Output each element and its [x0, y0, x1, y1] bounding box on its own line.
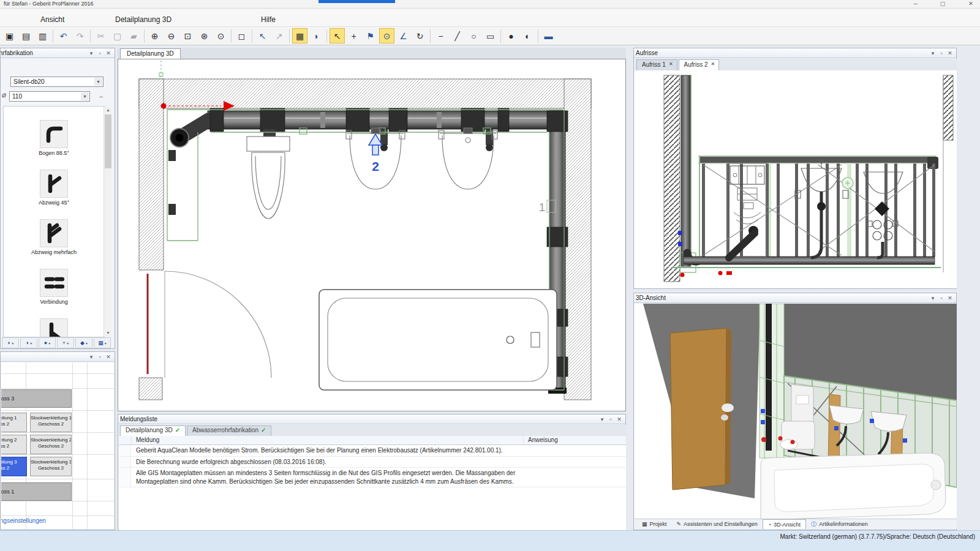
scroll-up-icon[interactable]: ▲: [104, 107, 112, 114]
panel-close-icon[interactable]: ✕: [104, 50, 113, 56]
building-cell[interactable]: Stockwerkleitung 3Geschoss 2: [1, 457, 27, 476]
save-icon[interactable]: ▣: [2, 28, 17, 43]
building-cell[interactable]: Stockwerkleitung 1Geschoss 2: [30, 413, 72, 432]
fitting-filter-button-6[interactable]: ▦▾: [94, 337, 111, 348]
column-meldung[interactable]: Meldung: [136, 437, 159, 443]
floor-bar-bottom[interactable]: Geschoss 1: [1, 482, 72, 501]
panel-pin-icon[interactable]: ▫: [96, 354, 104, 360]
select-cursor-icon[interactable]: ↖: [330, 28, 345, 43]
tab-artikelinformationen[interactable]: ⓘArtikelinformationen: [806, 519, 873, 529]
panel-close-icon[interactable]: ✕: [615, 416, 624, 422]
chevron-down-icon[interactable]: ▾: [94, 78, 102, 86]
message-row-1[interactable]: Geberit AquaClean Modelle benötigen Stro…: [119, 445, 626, 457]
menu-detailplanung-3d[interactable]: Detailplanung 3D: [111, 14, 175, 25]
3d-viewport[interactable]: [635, 304, 957, 519]
redo-icon[interactable]: ↷: [72, 28, 88, 43]
message-row-2[interactable]: Die Berechnung wurde erfolgreich abgesch…: [119, 457, 626, 468]
panel-close-icon[interactable]: ✕: [946, 50, 954, 56]
scrollbar-thumb[interactable]: [105, 114, 111, 168]
fitting-filter-button-3[interactable]: ●▾: [39, 337, 56, 348]
system-select[interactable]: Silent-db20 ▾: [10, 77, 104, 87]
tab-3d-ansicht[interactable]: ◔3D-Ansicht: [763, 519, 806, 529]
fitting-filter-button-5[interactable]: ◆▾: [75, 337, 92, 348]
chevron-down-icon[interactable]: ▾: [81, 92, 89, 100]
panel-menu-icon[interactable]: ▾: [929, 50, 937, 56]
panel-close-icon[interactable]: ✕: [946, 295, 954, 301]
selection-rectangle-icon[interactable]: ◻: [234, 28, 249, 43]
diameter-select[interactable]: 110 ▾: [9, 91, 90, 102]
panel-pin-icon[interactable]: ▫: [606, 416, 615, 422]
zoom-out-icon[interactable]: ⊖: [164, 28, 179, 43]
berechnungseinstellungen-link[interactable]: Berechnungseinstellungen: [1, 517, 46, 524]
close-tab-icon[interactable]: ✕: [669, 61, 673, 70]
report-icon[interactable]: ▥: [35, 28, 50, 43]
ruler-icon[interactable]: ▬: [541, 28, 556, 43]
print-icon[interactable]: ▤: [18, 28, 34, 43]
floor-bar-top[interactable]: Geschoss 3: [1, 389, 72, 408]
elevation-canvas[interactable]: [635, 70, 957, 288]
maximize-button[interactable]: ▢: [933, 0, 952, 8]
dash-tool-icon[interactable]: −: [433, 28, 448, 43]
panel-menu-icon[interactable]: ▾: [929, 295, 937, 301]
measure-icon[interactable]: ∠: [396, 28, 411, 43]
tab-detailplanung-3d[interactable]: Detailplanung 3D: [120, 48, 181, 59]
pointer-alt-icon[interactable]: ↗: [271, 28, 287, 43]
pipe-coupling-icon[interactable]: [40, 269, 68, 297]
fitting-filter-button-4[interactable]: +▾: [57, 337, 74, 348]
grid-snap-icon[interactable]: ▦: [292, 28, 307, 43]
column-anweisung[interactable]: Anweisung: [528, 437, 558, 443]
parts-scrollbar[interactable]: ▲ ▼: [104, 107, 111, 337]
panel-close-icon[interactable]: ✕: [104, 354, 113, 360]
zoom-previous-icon[interactable]: ⊙: [213, 28, 228, 43]
panel-title: Meldungsliste: [120, 416, 157, 422]
close-button[interactable]: ✕: [962, 0, 980, 8]
cut-icon[interactable]: ✂: [93, 28, 108, 43]
rectangle-tool-icon[interactable]: ▭: [483, 28, 498, 43]
zoom-fit-icon[interactable]: ⊛: [197, 28, 212, 43]
move-icon[interactable]: +: [346, 28, 361, 43]
tab-projekt[interactable]: ▦Projekt: [637, 519, 672, 529]
tab-aufriss-1[interactable]: Aufriss 1✕: [636, 59, 677, 70]
rotate-icon[interactable]: ↻: [412, 28, 428, 43]
panel-menu-icon[interactable]: ▾: [598, 416, 606, 422]
tab-aufriss-2[interactable]: Aufriss 2✕: [679, 59, 720, 70]
building-cell[interactable]: Stockwerkleitung 3Geschoss 2: [30, 457, 72, 476]
copy-icon[interactable]: ▢: [110, 28, 125, 43]
menu-ansicht[interactable]: Ansicht: [37, 14, 68, 25]
scroll-down-icon[interactable]: ▼: [104, 329, 112, 337]
message-row-3[interactable]: Alle GIS Montageplatten müssen an mindes…: [119, 468, 626, 487]
floorplan-canvas[interactable]: 2 1: [118, 59, 626, 411]
fitting-filter-button-1[interactable]: ◗▾: [2, 337, 19, 348]
line-tool-icon[interactable]: ╱: [450, 28, 465, 43]
building-cell[interactable]: Stockwerkleitung 2Geschoss 2: [30, 435, 72, 454]
zoom-in-icon[interactable]: ⊕: [147, 28, 162, 43]
tab-assistenten-und-einstellungen[interactable]: ✎Assistenten und Einstellungen: [672, 519, 763, 529]
pointer-icon[interactable]: ↖: [255, 28, 270, 43]
message-tab-2[interactable]: Abwasserrohrfabrikation✓: [187, 425, 271, 436]
close-tab-icon[interactable]: ✕: [711, 61, 715, 70]
ellipse-tool-icon[interactable]: ○: [466, 28, 481, 43]
panel-menu-icon[interactable]: ▾: [87, 354, 96, 360]
sphere-dark-icon[interactable]: ●: [503, 28, 519, 43]
pipe-branch-icon[interactable]: [40, 170, 68, 198]
inspect-icon[interactable]: ⊙: [379, 28, 394, 43]
pipe-multibranch-icon[interactable]: [40, 219, 68, 247]
panel-pin-icon[interactable]: ▫: [937, 50, 946, 56]
pipe-3d-icon[interactable]: ◗: [309, 28, 324, 43]
message-tab-1[interactable]: Detailplanung 3D✓: [120, 425, 186, 436]
pipe-branch-alt-icon[interactable]: [40, 318, 68, 337]
minimize-button[interactable]: ─: [907, 0, 925, 8]
panel-pin-icon[interactable]: ▫: [937, 295, 946, 301]
panel-pin-icon[interactable]: ▫: [96, 50, 104, 56]
pipe-elbow-icon[interactable]: [40, 120, 68, 148]
undo-icon[interactable]: ↶: [56, 28, 71, 43]
fitting-filter-button-2[interactable]: ◖▾: [20, 337, 37, 348]
menu-hilfe[interactable]: Hilfe: [257, 14, 279, 25]
building-cell[interactable]: Stockwerkleitung 2Geschoss 2: [1, 435, 27, 454]
paste-icon[interactable]: ▰: [126, 28, 141, 43]
building-cell[interactable]: Stockwerkleitung 1Geschoss 2: [1, 413, 27, 432]
panel-menu-icon[interactable]: ▾: [87, 50, 96, 56]
sphere-light-icon[interactable]: ◐: [520, 28, 535, 43]
zoom-window-icon[interactable]: ⊡: [180, 28, 195, 43]
annotation-flag-icon[interactable]: ⚑: [363, 28, 378, 43]
